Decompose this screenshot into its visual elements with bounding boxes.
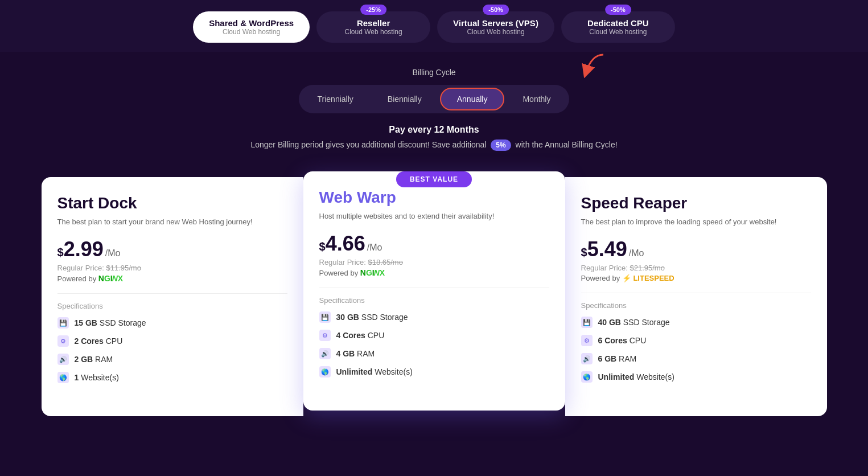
vps-discount-badge: -50% <box>483 5 509 15</box>
plan-web-warp-name: Web Warp <box>319 188 549 207</box>
tab-dedicated[interactable]: -50% Dedicated CPU Cloud Web hosting <box>561 11 675 43</box>
tab-reseller-title: Reseller <box>332 18 414 28</box>
cpu-icon-1: ⚙ <box>57 335 69 347</box>
spec-storage-3: 💾 40 GB SSD Storage <box>581 317 811 328</box>
litespeed-logo: ⚡ LITESPEED <box>622 274 674 282</box>
plan-speed-reaper-amount: 5.49 <box>587 237 627 261</box>
plan-speed-reaper-powered: Powered by ⚡ LITESPEED <box>581 274 811 282</box>
best-value-wrapper: BEST VALUE <box>0 171 868 187</box>
plan-web-warp-dollar: $ <box>319 240 326 253</box>
spec-storage-2: 💾 30 GB SSD Storage <box>319 311 549 323</box>
best-value-badge: BEST VALUE <box>396 171 472 187</box>
spec-cpu-3: ⚙ 6 Cores CPU <box>581 335 811 346</box>
website-icon-2: 🌎 <box>319 366 331 377</box>
plans-container: Start Dock The best plan to start your b… <box>0 177 868 416</box>
nginx-logo-1: NGINX <box>98 274 123 283</box>
plan-start-dock-regular: Regular Price: $11.95/mo <box>57 264 287 272</box>
spec-websites-2: 🌎 Unlimited Website(s) <box>319 366 549 377</box>
billing-triennially[interactable]: Triennially <box>302 88 369 110</box>
pay-sub-text: Longer Billing period gives you addition… <box>11 139 857 151</box>
divider-2 <box>319 288 549 288</box>
plan-web-warp-desc: Host multiple websites and to extend the… <box>319 211 549 221</box>
storage-icon-2: 💾 <box>319 311 331 323</box>
spec-cpu-2: ⚙ 4 Cores CPU <box>319 330 549 341</box>
plan-web-warp-period: /Mo <box>367 243 382 253</box>
billing-annually[interactable]: Annually <box>440 88 505 110</box>
tab-vps-title: Virtual Servers (VPS) <box>453 18 538 28</box>
pay-sub-before: Longer Billing period gives you addition… <box>250 140 486 149</box>
billing-biennially[interactable]: Biennially <box>372 88 438 110</box>
billing-toggle: Triennially Biennially Annually Monthly <box>299 85 570 113</box>
plan-web-warp-price: $ 4.66 /Mo <box>319 232 549 256</box>
plan-web-warp-regular: Regular Price: $18.65/mo <box>319 258 549 266</box>
plan-start-dock: Start Dock The best plan to start your b… <box>42 177 303 416</box>
plan-web-warp-specs-label: Specifications <box>319 296 549 305</box>
divider-1 <box>57 293 287 294</box>
plan-speed-reaper-price: $ 5.49 /Mo <box>581 237 811 261</box>
plan-web-warp-amount: 4.66 <box>326 232 365 256</box>
plan-start-dock-desc: The best plan to start your brand new We… <box>57 217 287 227</box>
plan-start-dock-dollar: $ <box>57 246 64 259</box>
plan-start-dock-amount: 2.99 <box>64 237 104 261</box>
ram-icon-1: 🔊 <box>57 354 69 365</box>
website-icon-3: 🌎 <box>581 371 593 383</box>
plan-speed-reaper-regular: Regular Price: $21.95/mo <box>581 264 811 272</box>
pay-sub-discount: 5% <box>491 139 511 151</box>
pay-info-title: Pay every 12 Months <box>11 125 857 135</box>
plan-start-dock-period: /Mo <box>105 248 121 258</box>
spec-ram-3: 🔊 6 GB RAM <box>581 353 811 364</box>
tab-vps-sub: Cloud Web hosting <box>453 28 538 36</box>
spec-ram-1: 🔊 2 GB RAM <box>57 354 287 365</box>
website-icon-1: 🌎 <box>57 372 69 383</box>
plan-start-dock-powered: Powered by NGINX <box>57 274 287 283</box>
spec-cpu-1: ⚙ 2 Cores CPU <box>57 335 287 347</box>
spec-websites-3: 🌎 Unlimited Website(s) <box>581 371 811 383</box>
billing-label: Billing Cycle <box>11 68 857 77</box>
plan-speed-reaper-name: Speed Reaper <box>581 194 811 212</box>
billing-monthly[interactable]: Monthly <box>507 88 566 110</box>
plan-speed-reaper-desc: The best plan to improve the loading spe… <box>581 217 811 227</box>
tab-shared-sub: Cloud Web hosting <box>209 28 294 36</box>
pay-sub-after: with the Annual Billing Cycle! <box>516 140 618 149</box>
storage-icon-3: 💾 <box>581 317 593 328</box>
storage-icon-1: 💾 <box>57 317 69 329</box>
tab-reseller[interactable]: -25% Reseller Cloud Web hosting <box>316 11 430 43</box>
tab-shared-title: Shared & WordPress <box>209 18 294 28</box>
divider-3 <box>581 293 811 293</box>
nginx-logo-2: NGINX <box>360 268 385 277</box>
spec-websites-1: 🌎 1 Website(s) <box>57 372 287 383</box>
tab-shared-wordpress[interactable]: Shared & WordPress Cloud Web hosting <box>193 11 310 43</box>
spec-storage-1: 💾 15 GB SSD Storage <box>57 317 287 329</box>
plan-start-dock-name: Start Dock <box>57 194 287 212</box>
spec-ram-2: 🔊 4 GB RAM <box>319 348 549 359</box>
plan-speed-reaper-specs-label: Specifications <box>581 301 811 310</box>
plan-start-dock-price: $ 2.99 /Mo <box>57 237 287 261</box>
tab-vps[interactable]: -50% Virtual Servers (VPS) Cloud Web hos… <box>437 11 554 43</box>
tab-dedicated-sub: Cloud Web hosting <box>577 28 659 36</box>
reseller-discount-badge: -25% <box>360 5 386 15</box>
billing-section: Billing Cycle Triennially Biennially Ann… <box>0 52 868 171</box>
tab-reseller-sub: Cloud Web hosting <box>332 28 414 36</box>
plan-start-dock-specs-label: Specifications <box>57 302 287 310</box>
ram-icon-2: 🔊 <box>319 348 331 359</box>
tab-dedicated-title: Dedicated CPU <box>577 18 659 28</box>
hosting-tabs-nav: Shared & WordPress Cloud Web hosting -25… <box>0 0 868 52</box>
cpu-icon-2: ⚙ <box>319 330 331 341</box>
cpu-icon-3: ⚙ <box>581 335 593 346</box>
plan-speed-reaper-dollar: $ <box>581 246 587 259</box>
plan-web-warp-powered: Powered by NGINX <box>319 268 549 277</box>
plan-speed-reaper-period: /Mo <box>629 248 644 258</box>
annotation-arrow <box>552 52 609 89</box>
ram-icon-3: 🔊 <box>581 353 593 364</box>
plan-web-warp: Web Warp Host multiple websites and to e… <box>303 171 565 411</box>
dedicated-discount-badge: -50% <box>605 5 631 15</box>
plan-speed-reaper: Speed Reaper The best plan to improve th… <box>565 177 827 416</box>
